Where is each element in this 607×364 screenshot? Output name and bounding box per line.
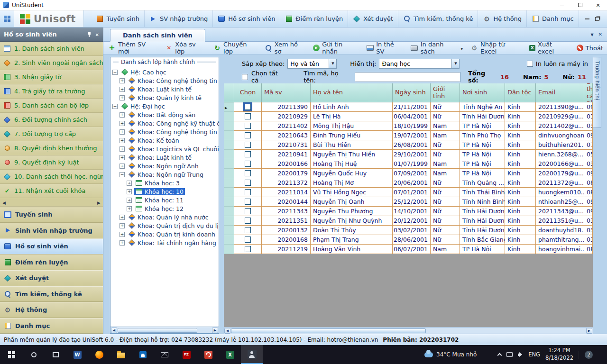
toolbar-button-7[interactable]: In danh sách (407, 42, 467, 54)
search-input[interactable] (355, 72, 460, 82)
menu-item-ho-so-sinh-vien[interactable]: Hồ sơ sinh viên (213, 10, 280, 27)
row-checkbox[interactable] (245, 151, 251, 157)
scrollbar-track[interactable] (231, 328, 586, 334)
tree-node[interactable]: Hệ: Đại học (110, 102, 219, 110)
sidebar-group-6[interactable]: Tìm kiếm, thống kê (0, 286, 103, 302)
toolbar-button-6[interactable]: In thẻ SV (362, 42, 406, 54)
sidebar-item[interactable]: 1. Danh sách sinh viên (0, 42, 103, 56)
tree-node[interactable]: Khoa: Công nghệ kỹ thuật ô (110, 119, 219, 127)
toolbar-button-3[interactable]: Chuyển lớp (210, 42, 261, 54)
network-icon[interactable] (506, 352, 513, 357)
column-header-chon[interactable]: Chọn (234, 83, 262, 102)
mdi-restore-icon[interactable] (595, 17, 599, 21)
column-header-masv[interactable]: Mã sv (262, 83, 311, 102)
tree-node-box[interactable]: Khoa: Công nghệ thông tin (127, 128, 219, 136)
tree-node[interactable]: Khoa: Luật kinh tế (110, 85, 219, 93)
tree-node-box[interactable]: Khoa: Quản trị kinh doanh (127, 231, 217, 238)
tree-node-box[interactable]: Khoa: Bất động sản (127, 111, 197, 118)
tree-node-box[interactable]: Khoa: Quản lý kinh tế (127, 94, 203, 101)
scrollbar-thumb[interactable] (118, 328, 197, 333)
row-checkbox[interactable] (245, 170, 251, 176)
pin-icon[interactable] (87, 32, 92, 37)
tab-close-icon[interactable] (598, 31, 602, 37)
sidebar-close-icon[interactable] (95, 31, 99, 38)
expand-icon[interactable] (127, 189, 132, 194)
sidebar-item[interactable]: 2. Sinh viên ngoài ngân sách (0, 56, 103, 70)
tree-node-box[interactable]: Khóa học: 11 (134, 197, 185, 204)
tree-node[interactable]: Khoa: Kế toán (110, 136, 219, 145)
scroll-left-icon[interactable] (2, 199, 6, 206)
tree-node[interactable]: Khoa: Tài chính ngân hàng (110, 238, 219, 247)
expand-icon[interactable] (120, 95, 125, 100)
tree-node-box[interactable]: Khoa: Tài chính ngân hàng (127, 239, 218, 246)
expand-icon[interactable] (120, 112, 125, 118)
search-taskbar-button[interactable] (23, 345, 45, 364)
sidebar-item[interactable]: 8. Quyết định khen thưởng (0, 141, 103, 155)
weather-widget[interactable]: 34°C Mưa nhỏ (424, 351, 477, 358)
tree-node-box[interactable]: Khoa: Logictics và QL chuỗi (127, 146, 219, 153)
print-direct-checkbox[interactable] (527, 61, 533, 67)
tree-node[interactable]: Khoa: Quản lý kinh tế (110, 93, 219, 102)
row-checkbox[interactable] (245, 132, 251, 138)
tree-node-box[interactable]: Khoa: Kế toán (127, 137, 181, 144)
expand-icon[interactable] (120, 78, 125, 83)
row-checkbox[interactable] (245, 227, 251, 233)
close-button[interactable] (589, 0, 607, 10)
tab-list-dropdown-icon[interactable] (590, 31, 593, 37)
notification-center[interactable]: 2 (579, 351, 598, 359)
task-view-taskbar-button[interactable] (45, 345, 66, 364)
toolbar-button-2[interactable]: Xóa sv lớp (161, 42, 210, 54)
expand-icon[interactable] (120, 138, 125, 143)
expand-icon[interactable] (120, 121, 125, 126)
tree-node[interactable]: Khoa: Ngôn ngữ Anh (110, 162, 219, 170)
tree-node[interactable]: Khoa: Quản trị kinh doanh (110, 230, 219, 238)
toolbar-button-5[interactable]: Gửi tin nhắn (309, 42, 362, 54)
word-taskbar-button[interactable] (66, 345, 88, 364)
start-taskbar-button[interactable] (0, 345, 23, 364)
expand-icon[interactable] (120, 87, 125, 92)
maximize-button[interactable] (571, 0, 589, 10)
ribbon-app-icon[interactable] (4, 16, 10, 22)
column-chooser-strip[interactable]: Trường hiển thị (593, 57, 601, 128)
red-app-taskbar-button[interactable] (197, 345, 219, 364)
column-header-hoten[interactable]: Họ và tên (311, 83, 393, 102)
toolbar-button-1[interactable]: Thêm SV mới (104, 42, 161, 54)
sidebar-item[interactable]: 9. Quyết định kỷ luật (0, 155, 103, 170)
tree-node[interactable]: Khoa: Công nghệ thông tin (110, 127, 219, 136)
menu-item-sv-nhap-truong[interactable]: SV nhập trường (145, 10, 213, 27)
expand-icon[interactable] (120, 240, 125, 246)
menu-item-danh-muc[interactable]: Danh mục (527, 10, 579, 27)
sidebar-group-5[interactable]: Xét duyệt (0, 270, 103, 286)
row-checkbox[interactable] (245, 208, 251, 214)
file-explorer-taskbar-button[interactable] (110, 345, 132, 364)
display-dropdown[interactable]: Đang học (379, 59, 460, 69)
tree-node[interactable]: Khoa: Công nghệ thông tin (110, 76, 219, 85)
column-header-email[interactable]: Email (536, 83, 584, 102)
sidebar-group-1[interactable]: Tuyển sinh (0, 207, 103, 223)
menu-item-tim-kiem-thong-ke[interactable]: Tìm kiếm, thống kê (398, 10, 478, 27)
tree-node[interactable]: Khoa: Ngôn ngữ Trung (110, 170, 219, 179)
unistudent-taskbar-button[interactable] (241, 345, 263, 364)
row-checkbox[interactable] (245, 113, 251, 119)
scroll-left-icon[interactable] (224, 328, 230, 334)
column-header-dantoc[interactable]: Dân tộc (505, 83, 536, 102)
column-header-gioitinh[interactable]: Giới tính (431, 83, 460, 102)
tree-node[interactable]: Khóa học: 12 (110, 204, 219, 213)
menu-item-diem-ren-luyen[interactable]: Điểm rèn luyện (280, 10, 348, 27)
expand-icon[interactable] (120, 129, 125, 135)
sort-by-dropdown[interactable]: Họ và tên (287, 59, 337, 69)
tree-node[interactable]: Khoa: Luật kinh tế (110, 153, 219, 162)
toolbar-button-4[interactable]: Xem hồ sơ (261, 42, 310, 54)
row-checkbox[interactable] (245, 218, 251, 224)
sidebar-item[interactable]: 5. Danh sách cán bộ lớp (0, 99, 103, 113)
tray-expand-icon[interactable] (497, 353, 502, 358)
tree-node[interactable]: Khóa học: 11 (110, 196, 219, 204)
tree-node[interactable]: Khoa: Quản lý nhà nước (110, 213, 219, 221)
tree-node-box[interactable]: Khoa: Công nghệ thông tin (127, 77, 219, 84)
tree-node[interactable]: Khóa học: 3 (110, 179, 219, 187)
column-header-dienthoai[interactable]: Điện thoại cá nhân (584, 83, 593, 102)
expand-icon[interactable] (120, 155, 125, 160)
dropdown-arrow-icon[interactable] (329, 59, 336, 68)
sidebar-group-8[interactable]: Danh mục (0, 318, 103, 334)
dropdown-arrow-icon[interactable] (451, 59, 459, 68)
